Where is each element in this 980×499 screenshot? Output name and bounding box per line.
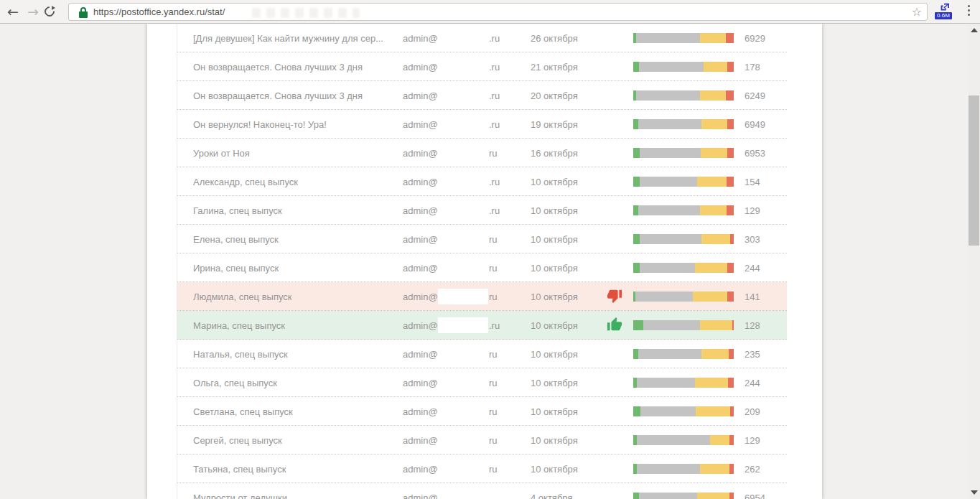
- scroll-down-icon[interactable]: [971, 490, 978, 495]
- bar-segment-gray: [640, 234, 701, 244]
- campaign-subject: Уроки от Ноя: [193, 148, 250, 159]
- table-row[interactable]: Уроки от Ноя admin@ ru 16 октября 6953: [177, 139, 787, 167]
- bar-segment-yellow: [697, 177, 727, 187]
- email-domain-mask: [438, 231, 488, 247]
- bar-segment-red: [727, 119, 734, 129]
- campaign-subject: Александр, спец выпуск: [193, 177, 298, 187]
- bookmark-star-icon[interactable]: ☆: [912, 5, 922, 19]
- table-row[interactable]: [Для девушек] Как найти мужчину для сер.…: [177, 24, 787, 52]
- secure-lock-icon[interactable]: [79, 7, 88, 18]
- recipient-count: 6249: [745, 90, 765, 101]
- sender-email: admin@: [403, 320, 438, 331]
- sender-email: admin@: [403, 148, 438, 159]
- table-row[interactable]: Он возвращается. Снова лучших 3 дня admi…: [177, 81, 787, 110]
- campaign-subject: Елена, спец выпуск: [193, 234, 279, 245]
- table-row[interactable]: Сергей, спец выпуск admin@ ru 10 октября…: [177, 426, 787, 454]
- rating-icon: [607, 288, 624, 305]
- browser-menu-icon[interactable]: [964, 5, 973, 19]
- bar-segment-red: [726, 90, 734, 101]
- sender-email: admin@: [403, 349, 438, 360]
- bar-segment-gray: [640, 263, 695, 273]
- back-icon[interactable]: ←: [3, 2, 23, 22]
- bar-segment-red: [727, 205, 734, 215]
- table-row[interactable]: Он возвращается. Снова лучших 3 дня admi…: [177, 52, 787, 81]
- campaign-subject: Наталья, спец выпуск: [193, 349, 288, 360]
- extension-button[interactable]: 0.6M: [935, 2, 953, 22]
- sender-email-tld: ru: [489, 292, 498, 302]
- send-date: 10 октября: [531, 234, 578, 245]
- recipient-count: 6929: [745, 33, 765, 44]
- delivery-stats-bar: [633, 320, 734, 330]
- url-text[interactable]: https://postoffice.yandex.ru/stat/: [93, 6, 225, 17]
- sender-email: admin@: [403, 464, 438, 475]
- sender-email-tld: .ru: [489, 119, 500, 130]
- table-row[interactable]: Ирина, спец выпуск admin@ ru 10 октября …: [177, 253, 787, 282]
- bar-segment-red: [727, 177, 734, 187]
- bar-segment-green: [633, 263, 640, 273]
- recipient-count: 303: [745, 234, 760, 245]
- campaign-subject: Светлана, спец выпуск: [193, 406, 293, 417]
- table-row[interactable]: Марина, спец выпуск admin@ .ru 10 октябр…: [177, 311, 787, 340]
- reload-icon[interactable]: [45, 6, 55, 17]
- delivery-stats-bar: [633, 406, 734, 416]
- bar-segment-yellow: [701, 148, 727, 158]
- email-domain-mask: [438, 490, 488, 499]
- table-row[interactable]: Галина, спец выпуск admin@ .ru 10 октябр…: [177, 196, 787, 225]
- bar-segment-green: [633, 119, 638, 129]
- table-row[interactable]: Он вернулся! Наконец-то! Ура! admin@ .ru…: [177, 110, 787, 139]
- sender-email: admin@: [403, 205, 438, 216]
- forward-icon[interactable]: →: [23, 2, 43, 22]
- campaign-subject: Он вернулся! Наконец-то! Ура!: [193, 119, 327, 130]
- table-row[interactable]: Александр, спец выпуск admin@ .ru 10 окт…: [177, 167, 787, 196]
- delivery-stats-bar: [633, 378, 734, 388]
- recipient-count: 235: [745, 349, 760, 360]
- sender-email: admin@: [403, 292, 438, 302]
- bar-segment-green: [633, 349, 638, 359]
- extension-counter-badge: 0.6M: [935, 12, 952, 19]
- bar-segment-green: [633, 205, 638, 215]
- external-link-icon: [938, 2, 950, 12]
- send-date: 21 октября: [531, 62, 578, 73]
- table-row[interactable]: Людмила, спец выпуск admin@ ru 10 октябр…: [177, 282, 787, 311]
- table-row[interactable]: Татьяна, спец выпуск admin@ ru 10 октябр…: [177, 454, 787, 483]
- bar-segment-yellow: [700, 33, 726, 43]
- table-row[interactable]: Елена, спец выпуск admin@ ru 10 октября …: [177, 225, 787, 253]
- email-domain-mask: [438, 289, 488, 304]
- delivery-stats-bar: [633, 234, 734, 244]
- campaign-subject: Мудрости от дедушки: [193, 493, 287, 499]
- delivery-stats-bar: [633, 90, 734, 101]
- recipient-count: 178: [745, 62, 760, 73]
- delivery-stats-bar: [633, 435, 734, 445]
- table-row[interactable]: Светлана, спец выпуск admin@ ru 10 октяб…: [177, 397, 787, 426]
- send-date: 20 октября: [531, 90, 578, 101]
- delivery-stats-bar: [633, 205, 734, 215]
- recipient-count: 6954: [745, 493, 765, 499]
- table-row[interactable]: Мудрости от дедушки admin@ 4 октября 695…: [177, 483, 787, 499]
- email-domain-mask: [438, 59, 488, 75]
- page-scrollbar[interactable]: [968, 24, 980, 499]
- table-row[interactable]: Ольга, спец выпуск admin@ ru 10 октября …: [177, 368, 787, 397]
- bar-segment-gray: [639, 493, 697, 499]
- scrollbar-thumb[interactable]: [969, 95, 979, 246]
- table-row[interactable]: Наталья, спец выпуск admin@ ru 10 октябр…: [177, 340, 787, 368]
- bar-segment-gray: [638, 205, 700, 215]
- page-background: [Для девушек] Как найти мужчину для сер.…: [0, 24, 980, 499]
- delivery-stats-bar: [633, 62, 734, 72]
- bar-segment-green: [633, 62, 639, 72]
- bar-segment-green: [633, 177, 640, 187]
- campaign-subject: Он возвращается. Снова лучших 3 дня: [193, 90, 363, 101]
- send-date: 10 октября: [531, 378, 578, 388]
- send-date: 10 октября: [531, 177, 578, 187]
- bar-segment-green: [633, 493, 639, 499]
- bar-segment-gray: [638, 349, 701, 359]
- recipient-count: 129: [745, 205, 760, 216]
- bar-segment-red: [727, 148, 734, 158]
- bar-segment-green: [633, 320, 643, 330]
- scroll-up-icon[interactable]: [971, 28, 978, 32]
- email-domain-mask: [438, 432, 488, 448]
- bar-segment-red: [727, 292, 734, 302]
- reload-arrow-tip: [52, 6, 55, 10]
- sender-email-tld: .ru: [489, 33, 500, 44]
- bar-segment-red: [730, 234, 734, 244]
- address-bar[interactable]: https://postoffice.yandex.ru/stat/ ☆: [68, 3, 928, 21]
